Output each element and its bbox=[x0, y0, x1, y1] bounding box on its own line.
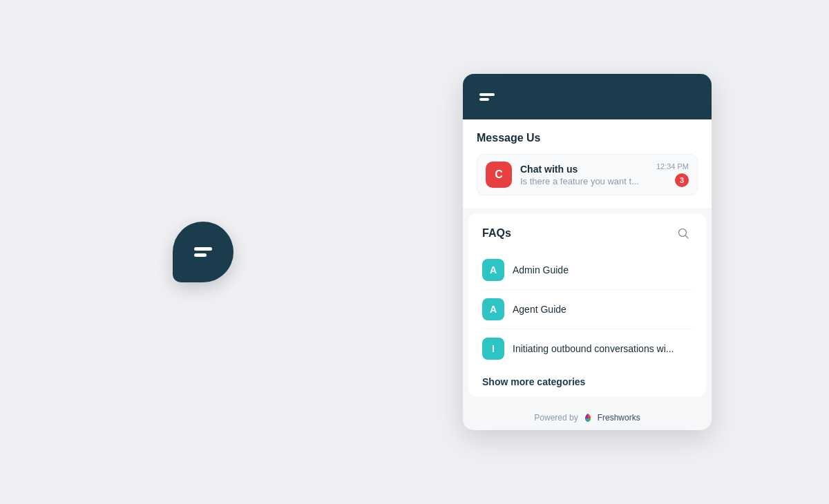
faqs-header: FAQs bbox=[482, 224, 692, 242]
svg-rect-2 bbox=[479, 93, 495, 96]
faq-label-0: Admin Guide bbox=[513, 264, 569, 275]
svg-point-4 bbox=[679, 229, 687, 237]
faq-label-1: Agent Guide bbox=[513, 304, 566, 315]
chat-widget: Message Us C Chat with us Is there a fea… bbox=[463, 74, 712, 430]
conversation-preview: Is there a feature you want t... bbox=[520, 176, 656, 186]
header-chat-icon bbox=[477, 86, 497, 107]
show-more-categories-button[interactable]: Show more categories bbox=[482, 368, 692, 391]
faqs-section: FAQs A Admin Guide A Agent Guide I Initi… bbox=[468, 213, 706, 397]
faq-avatar-2: I bbox=[482, 338, 504, 360]
faqs-title: FAQs bbox=[482, 227, 511, 240]
faq-avatar-0: A bbox=[482, 259, 504, 281]
faqs-search-button[interactable] bbox=[674, 224, 692, 242]
chat-widget-header bbox=[463, 74, 712, 119]
svg-rect-3 bbox=[479, 98, 489, 101]
page-wrapper: Message Us C Chat with us Is there a fea… bbox=[0, 0, 829, 504]
chat-icon bbox=[190, 239, 216, 265]
conversation-info: Chat with us Is there a feature you want… bbox=[520, 164, 656, 186]
faq-item-2[interactable]: I Initiating outbound conversations wi..… bbox=[482, 329, 692, 368]
faq-label-2: Initiating outbound conversations wi... bbox=[513, 343, 674, 354]
svg-rect-0 bbox=[194, 247, 212, 251]
freshworks-brand-text: Freshworks bbox=[598, 413, 640, 423]
unread-badge: 3 bbox=[675, 173, 689, 187]
message-us-title: Message Us bbox=[477, 132, 698, 144]
widget-footer: Powered by Freshworks bbox=[463, 403, 712, 430]
conversation-time: 12:34 PM bbox=[656, 162, 689, 171]
faq-item-1[interactable]: A Agent Guide bbox=[482, 290, 692, 329]
faq-avatar-1: A bbox=[482, 298, 504, 320]
conversation-item[interactable]: C Chat with us Is there a feature you wa… bbox=[477, 154, 698, 195]
svg-rect-1 bbox=[194, 253, 207, 257]
faq-item-0[interactable]: A Admin Guide bbox=[482, 251, 692, 290]
powered-by-text: Powered by bbox=[534, 413, 578, 423]
widget-launcher-button[interactable] bbox=[173, 222, 234, 282]
conversation-name: Chat with us bbox=[520, 164, 656, 175]
conversation-meta: 12:34 PM 3 bbox=[656, 162, 689, 187]
svg-line-5 bbox=[686, 236, 689, 239]
conversation-avatar: C bbox=[486, 162, 512, 188]
freshworks-logo-icon bbox=[582, 412, 593, 423]
message-us-section: Message Us C Chat with us Is there a fea… bbox=[463, 119, 712, 208]
